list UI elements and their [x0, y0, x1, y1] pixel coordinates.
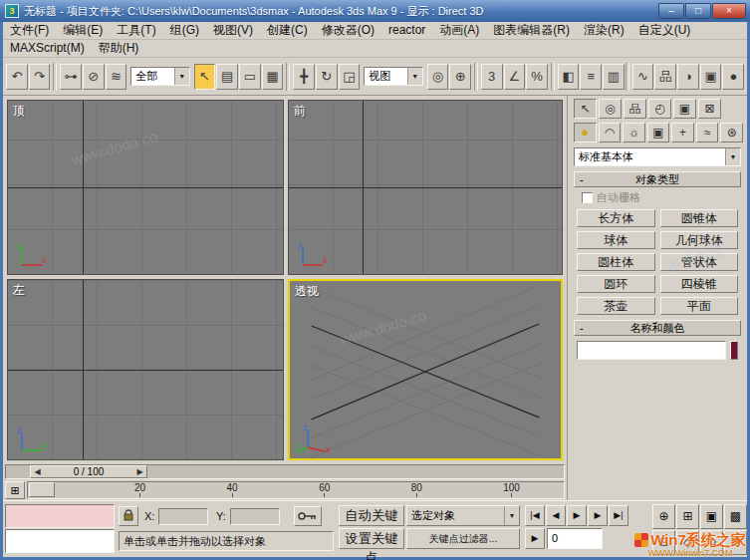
select-and-scale-icon[interactable]: ◲ [339, 64, 361, 90]
viewport-perspective[interactable]: 透视 [288, 279, 563, 460]
menu-item[interactable]: 修改器(O) [315, 22, 381, 39]
rollout-name-color[interactable]: - 名称和颜色 [574, 320, 741, 336]
menu-item[interactable]: 自定义(U) [631, 22, 698, 39]
menu-item[interactable]: MAXScript(M) [3, 40, 92, 57]
zoom-extents-icon[interactable]: ▣ [700, 504, 723, 529]
category-shapes-icon[interactable]: ◠ [599, 123, 622, 142]
viewport-front[interactable]: 前 z x [288, 100, 563, 275]
x-coordinate-field[interactable] [158, 508, 208, 525]
percent-snap-icon[interactable]: % [526, 64, 548, 90]
mirror-icon[interactable]: ◧ [558, 64, 580, 90]
next-frame-icon[interactable]: ▶ [588, 505, 608, 526]
align-icon[interactable]: ≡ [580, 64, 602, 90]
close-button[interactable]: × [712, 3, 746, 19]
material-editor-icon[interactable]: ◑ [677, 64, 699, 90]
menu-item[interactable]: 视图(V) [206, 22, 260, 39]
bind-to-space-warp-icon[interactable]: ≋ [106, 64, 127, 90]
key-mode-toggle-icon[interactable]: ▶ [525, 528, 545, 549]
go-to-end-icon[interactable]: ▶| [609, 505, 628, 526]
rectangular-region-icon[interactable]: ▭ [239, 64, 261, 90]
unlink-selection-icon[interactable]: ⊘ [83, 64, 105, 90]
viewport-top[interactable]: 顶 y x [7, 100, 284, 275]
snap-toggle-icon[interactable]: 3 [481, 64, 503, 90]
schematic-view-icon[interactable]: 品 [654, 64, 676, 90]
primitive-category-dropdown[interactable]: 标准基本体 ▼ [574, 147, 741, 166]
keyboard-override-key-icon[interactable] [294, 506, 322, 526]
previous-frame-icon[interactable]: ◀ [546, 505, 566, 526]
object-type-button[interactable]: 平面 [660, 297, 739, 315]
tab-modify-icon[interactable]: ◎ [599, 99, 622, 119]
select-and-link-icon[interactable]: ⊶ [60, 64, 82, 90]
object-type-button[interactable]: 几何球体 [660, 231, 739, 249]
tab-motion-icon[interactable]: ◴ [648, 99, 671, 119]
autogrid-checkbox[interactable] [582, 192, 593, 203]
menu-item[interactable]: 工具(T) [110, 22, 162, 39]
selection-lock-icon[interactable] [119, 506, 138, 526]
menu-item[interactable]: 图表编辑器(R) [486, 22, 577, 39]
previous-frame-arrow-icon[interactable]: ◀ [31, 467, 44, 476]
rollout-object-type[interactable]: - 对象类型 [574, 171, 741, 187]
tab-utilities-icon[interactable]: ⊠ [698, 99, 721, 119]
tab-hierarchy-icon[interactable]: 品 [624, 99, 646, 119]
object-type-button[interactable]: 茶壶 [577, 297, 655, 315]
minimize-button[interactable]: – [658, 3, 684, 19]
layer-manager-icon[interactable]: ▥ [603, 64, 625, 90]
menu-item[interactable]: 编辑(E) [56, 22, 110, 39]
y-coordinate-field[interactable] [230, 508, 280, 525]
selection-filter-dropdown[interactable]: 全部 ▼ [130, 67, 189, 86]
reference-coordinate-dropdown[interactable]: 视图 ▼ [364, 67, 422, 86]
object-type-button[interactable]: 长方体 [577, 209, 655, 227]
category-systems-icon[interactable]: ⊛ [720, 123, 743, 142]
mini-curve-editor-button[interactable]: ⊞ [5, 481, 25, 499]
window-crossing-icon[interactable]: ▦ [262, 64, 284, 90]
select-object-icon[interactable]: ↖ [194, 64, 216, 90]
auto-key-button[interactable]: 自动关键点 [339, 505, 404, 526]
selection-set-dropdown[interactable]: 选定对象 ▼ [406, 505, 520, 526]
zoom-icon[interactable]: ⊕ [652, 504, 675, 529]
object-name-input[interactable] [577, 341, 726, 360]
go-to-start-icon[interactable]: |◀ [525, 505, 545, 526]
object-type-button[interactable]: 球体 [577, 231, 655, 249]
category-lights-icon[interactable]: ☼ [623, 123, 645, 142]
set-key-button[interactable]: 设置关键点 [339, 528, 404, 549]
menu-item[interactable]: 渲染(R) [577, 22, 631, 39]
macro-recorder-line[interactable] [5, 504, 115, 528]
current-frame-indicator[interactable] [29, 482, 55, 497]
angle-snap-icon[interactable]: ∠ [504, 64, 526, 90]
time-slider-track[interactable]: ◀ 0 / 100 ▶ [5, 464, 565, 479]
viewport-left[interactable]: 左 z y [7, 279, 284, 460]
object-type-button[interactable]: 圆柱体 [577, 253, 655, 271]
select-and-manipulate-icon[interactable]: ⊕ [449, 64, 471, 90]
menu-item[interactable]: 创建(C) [260, 22, 315, 39]
use-pivot-center-icon[interactable]: ◎ [427, 64, 449, 90]
select-and-rotate-icon[interactable]: ↻ [316, 64, 338, 90]
object-type-button[interactable]: 四棱锥 [660, 275, 739, 293]
menu-item[interactable]: 组(G) [163, 22, 206, 39]
current-frame-field[interactable]: 0 [547, 528, 603, 549]
object-color-swatch[interactable] [730, 341, 738, 360]
key-filters-button[interactable]: 关键点过滤器... [406, 528, 520, 549]
maximize-button[interactable]: □ [685, 3, 711, 19]
next-frame-arrow-icon[interactable]: ▶ [133, 467, 146, 476]
time-slider-handle[interactable]: ◀ 0 / 100 ▶ [30, 465, 147, 478]
object-type-button[interactable]: 圆环 [577, 275, 655, 293]
select-and-move-icon[interactable]: ╋ [293, 64, 315, 90]
menu-item[interactable]: 帮助(H) [92, 40, 146, 57]
category-cameras-icon[interactable]: ▣ [647, 123, 670, 142]
play-icon[interactable]: ▶ [567, 505, 587, 526]
category-helpers-icon[interactable]: + [671, 123, 694, 142]
zoom-all-icon[interactable]: ⊞ [676, 504, 699, 529]
tab-create-icon[interactable]: ↖ [574, 99, 597, 119]
undo-icon[interactable]: ↶ [6, 64, 28, 90]
menu-item[interactable]: 文件(F) [3, 22, 56, 39]
tab-display-icon[interactable]: ▣ [673, 99, 696, 119]
render-setup-icon[interactable]: ▣ [700, 64, 722, 90]
redo-icon[interactable]: ↷ [29, 64, 51, 90]
object-type-button[interactable]: 管状体 [660, 253, 739, 271]
object-type-button[interactable]: 圆锥体 [660, 209, 739, 227]
menu-item[interactable]: reactor [381, 22, 432, 39]
curve-editor-icon[interactable]: ∿ [632, 64, 654, 90]
category-geometry-icon[interactable]: ● [574, 123, 597, 142]
track-bar-ruler[interactable]: 020406080100 [27, 481, 565, 499]
select-by-name-icon[interactable]: ▤ [216, 64, 238, 90]
